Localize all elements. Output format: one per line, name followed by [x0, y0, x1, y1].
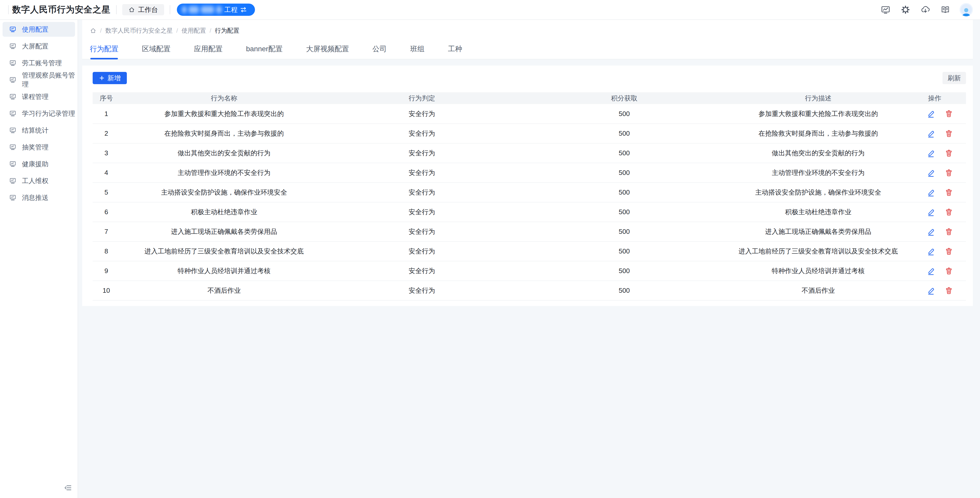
- row-points: 500: [515, 241, 733, 261]
- delete-icon[interactable]: [945, 130, 953, 138]
- breadcrumb-item[interactable]: 数字人民币行为安全之星: [105, 27, 173, 35]
- sidebar-item[interactable]: 抽奖管理: [3, 140, 75, 154]
- edit-icon[interactable]: [927, 287, 935, 295]
- row-description: 不酒后作业: [733, 281, 904, 300]
- user-avatar[interactable]: [959, 3, 973, 16]
- add-button[interactable]: 新增: [93, 72, 127, 84]
- screen-icon: [9, 177, 16, 184]
- delete-icon[interactable]: [945, 149, 953, 157]
- cloud-download-icon[interactable]: [920, 4, 931, 15]
- workbench-label: 工作台: [138, 5, 158, 14]
- masked-text-blur: [201, 6, 214, 13]
- sidebar-item-label: 健康援助: [22, 160, 48, 168]
- sidebar-item-label: 管理观察员账号管理: [22, 71, 75, 89]
- sidebar-item-label: 学习行为记录管理: [22, 109, 75, 118]
- edit-icon[interactable]: [927, 109, 935, 118]
- breadcrumb-item[interactable]: 使用配置: [181, 27, 206, 35]
- header-actions: [880, 3, 973, 16]
- row-judgment: 安全行为: [328, 202, 515, 222]
- row-points: 500: [515, 124, 733, 143]
- table-row: 4 主动管理作业环境的不安全行为 安全行为 500 主动管理作业环境的不安全行为: [93, 163, 966, 182]
- sidebar-item[interactable]: 健康援助: [3, 157, 75, 171]
- sidebar-item[interactable]: 使用配置: [3, 22, 75, 37]
- row-index: 1: [93, 104, 120, 124]
- edit-icon[interactable]: [927, 149, 935, 157]
- delete-icon[interactable]: [945, 267, 953, 275]
- breadcrumb-separator: /: [177, 27, 178, 34]
- project-switcher[interactable]: 工程: [177, 3, 255, 16]
- row-points: 500: [515, 163, 733, 182]
- row-judgment: 安全行为: [328, 241, 515, 261]
- delete-icon[interactable]: [945, 189, 953, 197]
- table-row: 5 主动搭设安全防护设施，确保作业环境安全 安全行为 500 主动搭设安全防护设…: [93, 182, 966, 202]
- delete-icon[interactable]: [945, 287, 953, 295]
- edit-icon[interactable]: [927, 228, 935, 236]
- breadcrumb-tabs-panel: / 数字人民币行为安全之星 / 使用配置 / 行为配置 行为配置 区域配置 应用…: [82, 20, 973, 59]
- table-body: 1 参加重大救援和重大抢险工作表现突出的 安全行为 500 参加重大救援和重大抢…: [93, 104, 966, 300]
- toolbar: 新增 刷新: [93, 72, 966, 84]
- tab-item[interactable]: 班组: [410, 44, 425, 59]
- edit-icon[interactable]: [927, 267, 935, 275]
- delete-icon[interactable]: [945, 208, 953, 216]
- data-screen-icon[interactable]: [880, 4, 891, 15]
- screen-icon: [9, 93, 16, 100]
- delete-icon[interactable]: [945, 247, 953, 255]
- sidebar-item[interactable]: 结算统计: [3, 123, 75, 138]
- sidebar-item[interactable]: 工人维权: [3, 173, 75, 188]
- row-judgment: 安全行为: [328, 104, 515, 124]
- add-button-label: 新增: [107, 74, 121, 82]
- menu-fold-icon[interactable]: [63, 483, 73, 492]
- row-actions: [904, 124, 966, 143]
- row-judgment: 安全行为: [328, 182, 515, 202]
- handbook-icon[interactable]: [940, 4, 951, 15]
- row-judgment: 安全行为: [328, 261, 515, 281]
- sidebar-item[interactable]: 大屏配置: [3, 39, 75, 54]
- row-behavior-name: 参加重大救援和重大抢险工作表现突出的: [120, 104, 328, 124]
- sidebar-item-label: 消息推送: [22, 193, 48, 202]
- sidebar-item-label: 抽奖管理: [22, 143, 48, 152]
- screen-icon: [9, 76, 16, 83]
- tab-item[interactable]: 大屏视频配置: [306, 44, 349, 59]
- delete-icon[interactable]: [945, 169, 953, 177]
- edit-icon[interactable]: [927, 130, 935, 138]
- sidebar-item[interactable]: 消息推送: [3, 190, 75, 205]
- breadcrumb-item[interactable]: 行为配置: [215, 27, 239, 35]
- table-header-cell: 积分获取: [515, 92, 733, 104]
- refresh-button[interactable]: 刷新: [942, 72, 966, 84]
- delete-icon[interactable]: [945, 109, 953, 118]
- table-header-cell: 行为描述: [733, 92, 904, 104]
- row-actions: [904, 202, 966, 222]
- sidebar-item[interactable]: 学习行为记录管理: [3, 106, 75, 121]
- breadcrumb-separator: /: [210, 27, 211, 34]
- sidebar-item[interactable]: 劳工账号管理: [3, 56, 75, 70]
- tab-item[interactable]: 行为配置: [90, 44, 118, 59]
- edit-icon[interactable]: [927, 189, 935, 197]
- table-header-cell: 行为名称: [120, 92, 328, 104]
- sidebar-item[interactable]: 管理观察员账号管理: [3, 72, 75, 87]
- row-judgment: 安全行为: [328, 281, 515, 300]
- screen-icon: [9, 26, 16, 33]
- row-actions: [904, 104, 966, 124]
- settings-gear-icon[interactable]: [900, 4, 911, 15]
- tab-item[interactable]: 工种: [448, 44, 462, 59]
- tab-item[interactable]: banner配置: [246, 44, 283, 59]
- workbench-button[interactable]: 工作台: [122, 4, 164, 15]
- tab-item[interactable]: 区域配置: [142, 44, 170, 59]
- delete-icon[interactable]: [945, 228, 953, 236]
- screen-icon: [9, 160, 16, 168]
- edit-icon[interactable]: [927, 247, 935, 255]
- row-behavior-name: 主动管理作业环境的不安全行为: [120, 163, 328, 182]
- tab-item[interactable]: 应用配置: [194, 44, 223, 59]
- breadcrumb-home-icon[interactable]: [90, 27, 97, 34]
- screen-icon: [9, 110, 16, 117]
- content-card: 新增 刷新 序号 行为名称 行为判定: [82, 65, 973, 306]
- behavior-table: 序号 行为名称 行为判定 积分获取 行为描述 操作: [93, 92, 966, 301]
- edit-icon[interactable]: [927, 169, 935, 177]
- screen-icon: [9, 144, 16, 151]
- home-icon: [128, 6, 135, 13]
- sidebar-item[interactable]: 课程管理: [3, 89, 75, 104]
- masked-text-blur: [189, 6, 199, 13]
- sidebar-item-label: 劳工账号管理: [22, 59, 62, 68]
- tab-item[interactable]: 公司: [372, 44, 387, 59]
- edit-icon[interactable]: [927, 208, 935, 216]
